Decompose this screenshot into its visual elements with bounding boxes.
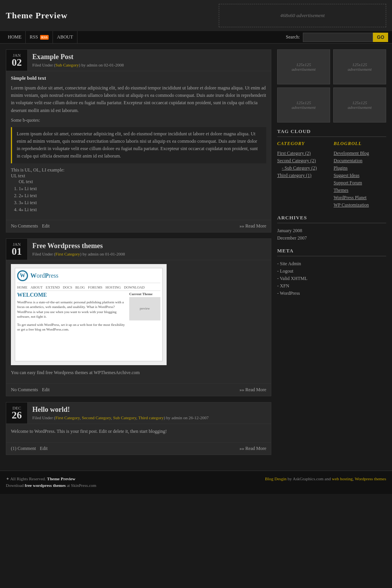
- nav-rss[interactable]: RSS RSS: [26, 31, 53, 43]
- post-3-cat3[interactable]: Sub Category: [113, 415, 136, 420]
- post-3-cat4[interactable]: Third category: [138, 415, 163, 420]
- post-1-day: 02: [11, 58, 23, 68]
- tag-cloud-title: TAG CLOUD: [277, 128, 386, 137]
- post-2-edit[interactable]: Edit: [42, 387, 50, 393]
- archives-title: ARCHIVES: [277, 215, 386, 223]
- meta-logout-link[interactable]: - Logout: [277, 268, 294, 274]
- nav-rss-label: RSS: [30, 34, 38, 40]
- blogroll-themes[interactable]: Themes: [334, 187, 386, 194]
- meta-site-admin-link[interactable]: - Site Admin: [277, 261, 301, 266]
- post-3-no-comments[interactable]: (1) Comment: [11, 446, 36, 452]
- ad-1-sub: advertisement: [292, 67, 316, 72]
- blogroll-col: BLOGROLL Development Blog Documentation …: [334, 141, 386, 209]
- post-3-title: Hello world!: [32, 406, 266, 414]
- meta-xfn: - XFN: [277, 282, 386, 290]
- post-2-body: W WordPress HOME ABOUT EXTEND DOCS BLOG …: [6, 260, 271, 383]
- footer-rights: ✦ All Rights Reserved.: [6, 476, 47, 481]
- meta-wordpress: - WordPress: [277, 290, 386, 297]
- post-1-list-intro: This is UL, OL, LI example: UL text OL t…: [11, 167, 266, 213]
- post-1-meta: Jan 02 Example Post Filed Under (Sub Cat…: [6, 50, 271, 71]
- meta-wordpress-link[interactable]: - WordPress: [277, 290, 300, 296]
- archive-dec-2007[interactable]: December 2007: [277, 234, 386, 242]
- wp-nav-hosting: HOSTING: [105, 285, 121, 289]
- post-1-read-more-link[interactable]: »» Read More: [239, 223, 266, 229]
- post-3-cat1[interactable]: First Category: [55, 415, 80, 420]
- post-2-date: Jan 01: [6, 239, 28, 260]
- cat-second[interactable]: Second Category (2): [277, 157, 330, 164]
- post-3-text: Welcome to WordPress. This is your first…: [11, 428, 266, 435]
- meta-xfn-link[interactable]: - XFN: [277, 283, 289, 289]
- post-1-footer: No Comments Edit »» Read More: [6, 220, 271, 232]
- wp-logo-circle: W: [17, 270, 28, 281]
- blogroll-dev[interactable]: Development Blog: [334, 150, 386, 157]
- post-3-cat2[interactable]: Second Category: [82, 415, 111, 420]
- meta-section: META - Site Admin - Logout - Valid XHTML…: [277, 248, 386, 297]
- search-input[interactable]: [303, 33, 373, 42]
- post-1-no-comments[interactable]: No Comments: [11, 223, 38, 229]
- wp-nav-extend: EXTEND: [46, 285, 60, 289]
- ad-1-size: 125x125: [296, 62, 311, 67]
- cat-third[interactable]: Third category (1): [277, 172, 330, 179]
- rss-icon: RSS: [40, 35, 49, 40]
- ad-4-size: 125x125: [352, 100, 367, 105]
- post-2-read-more: »» Read More: [239, 387, 266, 393]
- xhtml-abbr: XHTML: [291, 276, 308, 281]
- post-3-footer: (1) Comment Edit »» Read More: [6, 442, 271, 455]
- post-3-edit[interactable]: Edit: [40, 446, 47, 452]
- post-3-read-more: »» Read More: [239, 446, 266, 452]
- ad-2-size: 125x125: [352, 62, 367, 67]
- post-2: Jan 01 Free Wordpress themes Filed Under…: [6, 238, 271, 396]
- cat-sub[interactable]: - Sub Category (2): [277, 164, 330, 172]
- blogroll-wp-custom[interactable]: WP Customization: [334, 201, 386, 209]
- post-2-no-comments[interactable]: No Comments: [11, 387, 38, 393]
- navigation: HOME RSS RSS ABOUT Search: GO: [0, 31, 392, 44]
- post-1-read-more: »» Read More: [239, 223, 266, 229]
- post-2-category[interactable]: First Category: [55, 252, 80, 256]
- archive-jan-2008[interactable]: January 2008: [277, 227, 386, 234]
- blogroll-wp-planet[interactable]: WordPress Planet: [334, 194, 386, 201]
- wp-logo-area: W WordPress: [17, 270, 160, 283]
- ad-2-sub: advertisement: [348, 67, 372, 72]
- post-3-day: 26: [11, 410, 23, 420]
- footer-webhosting-link[interactable]: web hosting: [332, 476, 353, 481]
- meta-logout: - Logout: [277, 268, 386, 275]
- post-1-header: Example Post Filed Under (Sub Category) …: [28, 50, 271, 70]
- blogroll-docs[interactable]: Documentation: [334, 157, 386, 164]
- blogroll-support[interactable]: Support Forum: [334, 179, 386, 187]
- post-3-read-more-link[interactable]: »» Read More: [239, 446, 266, 451]
- wp-nav-blog: BLOG: [76, 285, 85, 289]
- search-button[interactable]: GO: [373, 33, 388, 42]
- content-area: Jan 02 Example Post Filed Under (Sub Cat…: [6, 49, 271, 461]
- ad-4-sub: advertisement: [348, 105, 372, 110]
- meta-site-admin: - Site Admin: [277, 260, 386, 268]
- post-1-category[interactable]: Sub Category: [55, 63, 79, 67]
- ad-3-size: 125x125: [296, 100, 311, 105]
- footer: ✦ All Rights Reserved. Theme Preview Dow…: [0, 471, 392, 494]
- footer-themes-link[interactable]: free wordpress themes: [25, 483, 66, 488]
- footer-by: by AskGraphics.com and: [287, 476, 332, 481]
- post-1: Jan 02 Example Post Filed Under (Sub Cat…: [6, 49, 271, 233]
- meta-xhtml-link[interactable]: - Valid XHTML: [277, 276, 308, 281]
- footer-site-name-link[interactable]: Theme Preview: [47, 476, 76, 481]
- post-2-read-more-link[interactable]: »» Read More: [239, 387, 266, 392]
- list-item: 3» Li text: [19, 200, 266, 206]
- wp-sidebar: Current Theme preview: [129, 292, 160, 359]
- post-2-day: 01: [11, 247, 23, 257]
- post-1-edit[interactable]: Edit: [42, 223, 50, 229]
- blogroll-suggest[interactable]: Suggest Ideas: [334, 172, 386, 179]
- blogroll-plugins[interactable]: Plugins: [334, 164, 386, 172]
- post-1-bold-heading: Simple bold text: [11, 75, 266, 81]
- ad-banner: 468x60 advertisement: [219, 4, 386, 27]
- archives-section: ARCHIVES January 2008 December 2007: [277, 215, 386, 242]
- sidebar-ad-2: 125x125 advertisement: [333, 49, 386, 84]
- cat-first[interactable]: First Category (2): [277, 150, 330, 157]
- nav-home[interactable]: HOME: [4, 31, 26, 43]
- nav-about[interactable]: ABOUT: [53, 31, 77, 43]
- footer-left: ✦ All Rights Reserved. Theme Preview Dow…: [6, 476, 96, 489]
- footer-wp-themes-link[interactable]: Wordpress themes: [355, 476, 386, 481]
- post-2-text: You can easy find free Wordpress themes …: [11, 369, 266, 376]
- footer-blog-design-link[interactable]: Blog Desgin: [265, 476, 287, 481]
- wp-side-title: Current Theme: [129, 292, 160, 296]
- meta-list: - Site Admin - Logout - Valid XHTML - XF…: [277, 260, 386, 297]
- post-2-meta: Jan 01 Free Wordpress themes Filed Under…: [6, 239, 271, 260]
